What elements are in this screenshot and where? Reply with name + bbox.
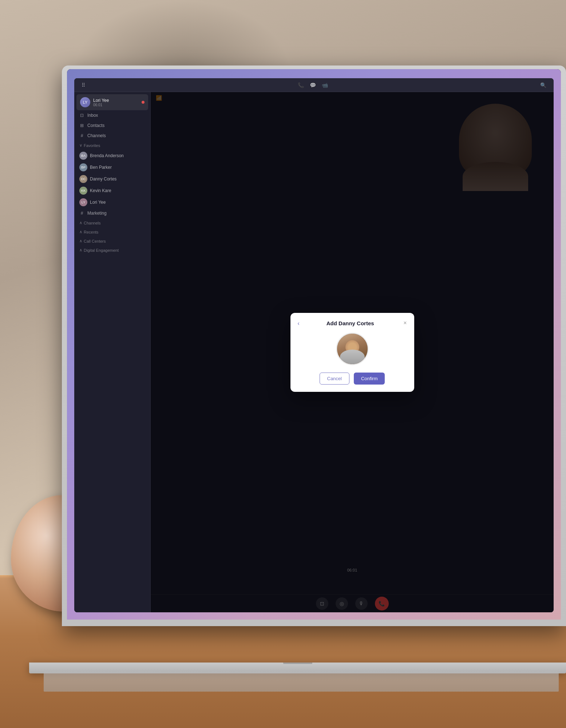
active-contact-item[interactable]: LY Lori Yee 06:01 — [76, 94, 148, 110]
modal-contact-avatar — [336, 333, 369, 365]
call-area: 📶 06:01 ⊡ ◎ 🎙 📞 — [151, 92, 554, 612]
sidebar-item-contacts[interactable]: ⊞ Contacts — [74, 120, 150, 131]
favorite-item-kevin[interactable]: KK Kevin Kare — [74, 185, 150, 196]
sidebar-item-inbox[interactable]: ⊡ Inbox — [74, 110, 150, 120]
recents-section-header[interactable]: ∧ Recents — [74, 227, 150, 236]
search-nav-icon[interactable]: 🔍 — [540, 82, 546, 88]
chevron-up-icon: ∧ — [79, 220, 82, 225]
inbox-icon: ⊡ — [79, 113, 84, 118]
marketing-hash-icon: # — [79, 211, 84, 216]
main-content-area: LY Lori Yee 06:01 ⊡ Inbox ⊞ — [74, 92, 554, 612]
cancel-button[interactable]: Cancel — [320, 373, 349, 385]
top-nav-bar: ⠿ 📞 💬 📹 🔍 — [74, 78, 554, 92]
laptop-body: ⠿ 📞 💬 📹 🔍 LY — [62, 65, 566, 626]
danny-avatar: DC — [79, 175, 87, 183]
chevron-down-icon: ∨ — [79, 143, 82, 148]
logo-icon[interactable]: ⠿ — [82, 82, 85, 88]
phone-nav-icon[interactable]: 📞 — [298, 82, 304, 88]
contacts-icon: ⊞ — [79, 123, 84, 128]
kevin-avatar: KK — [79, 187, 87, 195]
modal-overlay: ‹ Add Danny Cortes × — [151, 92, 554, 612]
video-nav-icon[interactable]: 📹 — [322, 82, 328, 88]
favorite-item-brenda[interactable]: BA Brenda Anderson — [74, 150, 150, 162]
chat-nav-icon[interactable]: 💬 — [310, 82, 316, 88]
add-contact-modal: ‹ Add Danny Cortes × — [290, 313, 414, 392]
channels-section-header[interactable]: ∧ Channels — [74, 218, 150, 227]
recents-chevron-icon: ∧ — [79, 230, 82, 234]
call-centers-section-header[interactable]: ∧ Call Centers — [74, 236, 150, 246]
brenda-avatar: BA — [79, 152, 87, 160]
sidebar: LY Lori Yee 06:01 ⊡ Inbox ⊞ — [74, 92, 151, 612]
digital-engagement-section-header[interactable]: ∧ Digital Engagement — [74, 246, 150, 255]
modal-close-button[interactable]: × — [403, 320, 407, 326]
favorites-section-header[interactable]: ∨ Favorites — [74, 141, 150, 150]
active-contact-time: 06:01 — [93, 103, 142, 107]
sidebar-item-channels[interactable]: # Channels — [74, 131, 150, 141]
call-centers-chevron-icon: ∧ — [79, 239, 82, 243]
modal-title: Add Danny Cortes — [302, 320, 398, 326]
screen-bezel: ⠿ 📞 💬 📹 🔍 LY — [67, 69, 561, 620]
confirm-button[interactable]: Confirm — [354, 373, 385, 385]
modal-avatar-area — [298, 333, 407, 365]
app-window: ⠿ 📞 💬 📹 🔍 LY — [74, 78, 554, 612]
modal-actions: Cancel Confirm — [298, 373, 407, 385]
laptop-keyboard — [44, 672, 559, 692]
active-contact-name: Lori Yee — [93, 98, 142, 103]
lori-avatar: LY — [79, 198, 87, 206]
nav-icons-center: 📞 💬 📹 — [298, 82, 328, 88]
modal-header: ‹ Add Danny Cortes × — [298, 320, 407, 327]
nav-icons-left: ⠿ — [82, 82, 85, 88]
favorite-item-lori[interactable]: LY Lori Yee — [74, 196, 150, 208]
favorite-item-ben[interactable]: BP Ben Parker — [74, 162, 150, 173]
active-contact-info: Lori Yee 06:01 — [93, 98, 142, 107]
ben-avatar: BP — [79, 163, 87, 171]
digital-chevron-icon: ∧ — [79, 248, 82, 252]
sidebar-item-marketing[interactable]: # Marketing — [74, 208, 150, 218]
modal-back-button[interactable]: ‹ — [298, 320, 300, 327]
favorite-item-danny[interactable]: DC Danny Cortes — [74, 173, 150, 185]
active-call-indicator — [142, 101, 145, 104]
active-contact-avatar: LY — [80, 97, 90, 107]
nav-icons-right: 🔍 — [540, 82, 546, 88]
contact-avatar-image — [337, 334, 368, 364]
hash-icon: # — [79, 133, 84, 138]
